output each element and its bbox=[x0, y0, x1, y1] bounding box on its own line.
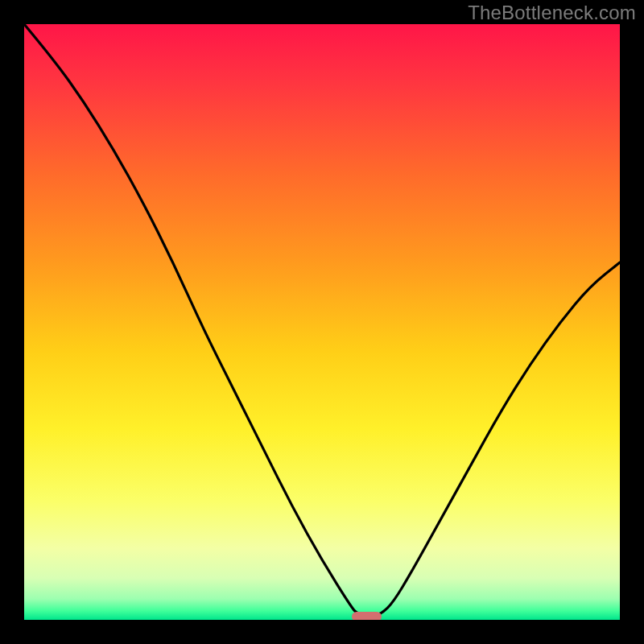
plot-area bbox=[24, 24, 620, 620]
watermark-text: TheBottleneck.com bbox=[468, 2, 636, 24]
chart-frame: TheBottleneck.com bbox=[0, 0, 644, 644]
bottleneck-curve bbox=[24, 24, 620, 620]
optimal-marker bbox=[352, 612, 382, 620]
